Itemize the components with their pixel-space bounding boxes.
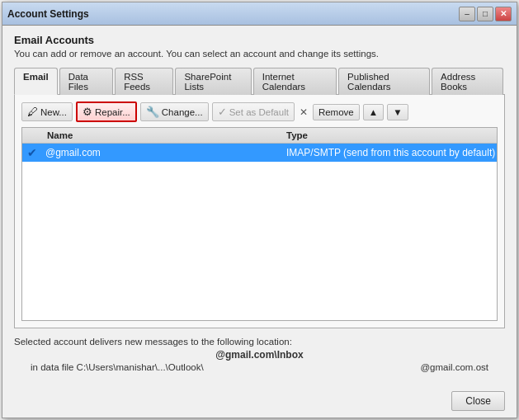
move-down-button[interactable]: ▼: [387, 104, 408, 120]
accounts-toolbar: 🖊 New... ⚙ Repair... 🔧 Change... ✓ Set a…: [21, 101, 498, 122]
default-icon: ✓: [218, 106, 227, 118]
change-icon: 🔧: [146, 106, 159, 118]
checkmark-icon: ✔: [27, 146, 37, 159]
account-settings-window: Account Settings – □ ✕ Email Accounts Yo…: [2, 2, 517, 418]
footer-path-row: in data file C:\Users\manishar\...\Outlo…: [14, 362, 505, 372]
account-name: @gmail.com: [42, 147, 286, 158]
repair-icon: ⚙: [83, 106, 92, 118]
window-close-button[interactable]: ✕: [495, 7, 512, 21]
change-account-button[interactable]: 🔧 Change...: [140, 102, 209, 121]
section-description: You can add or remove an account. You ca…: [14, 49, 505, 59]
tab-internet-calendars[interactable]: Internet Calendars: [253, 68, 337, 95]
col-type-header: Type: [286, 130, 497, 140]
tab-published-calendars[interactable]: Published Calendars: [338, 68, 430, 95]
set-default-button[interactable]: ✓ Set as Default: [212, 102, 295, 121]
bottom-bar: Close: [2, 385, 517, 418]
footer-location-name: @gmail.com\Inbox: [14, 349, 505, 361]
maximize-button[interactable]: □: [477, 7, 493, 21]
tab-address-books[interactable]: Address Books: [432, 68, 503, 95]
tab-sharepoint-lists[interactable]: SharePoint Lists: [175, 68, 251, 95]
default-account-icon: ✔: [22, 146, 42, 159]
main-content: Email Accounts You can add or remove an …: [2, 26, 517, 385]
footer-ost-filename: @gmail.com.ost: [420, 362, 488, 372]
title-bar: Account Settings – □ ✕: [2, 2, 517, 26]
footer-label: Selected account delivers new messages t…: [14, 337, 505, 347]
move-up-button[interactable]: ▲: [363, 104, 384, 120]
title-bar-controls: – □ ✕: [459, 7, 512, 21]
tab-bar: Email Data Files RSS Feeds SharePoint Li…: [14, 67, 505, 95]
new-account-button[interactable]: 🖊 New...: [21, 102, 73, 121]
minimize-button[interactable]: –: [459, 7, 475, 21]
tab-email[interactable]: Email: [14, 68, 58, 95]
footer-info: Selected account delivers new messages t…: [14, 328, 505, 376]
section-title: Email Accounts: [14, 34, 505, 46]
repair-account-button[interactable]: ⚙ Repair...: [76, 101, 137, 122]
account-list-header: Name Type: [22, 128, 497, 144]
footer-data-file-path: in data file C:\Users\manishar\...\Outlo…: [31, 362, 204, 372]
table-row[interactable]: ✔ @gmail.com IMAP/SMTP (send from this a…: [22, 144, 497, 162]
account-list: Name Type ✔ @gmail.com IMAP/SMTP (send f…: [21, 127, 498, 321]
close-button[interactable]: Close: [451, 391, 505, 411]
window-title: Account Settings: [7, 8, 89, 20]
tab-data-files[interactable]: Data Files: [59, 68, 113, 95]
new-icon: 🖊: [27, 106, 38, 118]
remove-account-button[interactable]: Remove: [313, 104, 360, 120]
tab-rss-feeds[interactable]: RSS Feeds: [115, 68, 173, 95]
col-name-header: Name: [22, 130, 286, 140]
email-tab-panel: 🖊 New... ⚙ Repair... 🔧 Change... ✓ Set a…: [14, 95, 505, 328]
account-type: IMAP/SMTP (send from this account by def…: [286, 147, 497, 158]
